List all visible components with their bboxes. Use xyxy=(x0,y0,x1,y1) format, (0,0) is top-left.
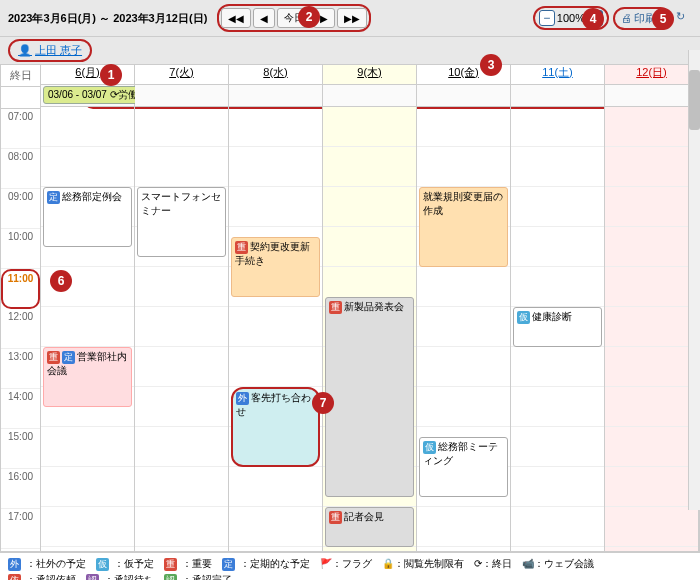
time-label: 17:00 xyxy=(1,509,40,549)
legend-item: 依：承認依頼 xyxy=(8,573,76,580)
day-column[interactable]: 12(日) xyxy=(605,65,699,551)
calendar-grid: 終日 07:00 08:00 09:00 10:00 11:00 12:00 1… xyxy=(0,64,700,552)
prev-day-button[interactable]: ◀ xyxy=(253,8,275,28)
prev-week-button[interactable]: ◀◀ xyxy=(221,8,251,28)
calendar-event[interactable]: 重新製品発表会 xyxy=(325,297,414,497)
calendar-event[interactable]: 仮健康診断 xyxy=(513,307,602,347)
legend-item: 🚩：フラグ xyxy=(320,557,372,571)
user-link[interactable]: 👤 上田 恵子 xyxy=(8,39,92,62)
annotation: 2 xyxy=(298,6,320,28)
day-column[interactable]: 11(土)仮健康診断 xyxy=(511,65,605,551)
day-header[interactable]: 9(木) xyxy=(323,65,416,85)
zoom-level: 100% xyxy=(557,12,585,24)
legend: 外：社外の予定仮：仮予定重：重要定：定期的な予定🚩：フラグ🔒：閲覧先制限有⟳：終… xyxy=(0,552,700,580)
time-label: 16:00 xyxy=(1,469,40,509)
date-nav: ◀◀ ◀ 今日 ▶ ▶▶ xyxy=(217,4,371,32)
day-header[interactable]: 12(日) xyxy=(605,65,698,85)
annotation: 5 xyxy=(652,8,674,30)
allday-label: 終日 xyxy=(1,65,41,87)
scrollbar[interactable] xyxy=(688,50,700,510)
annotation: 7 xyxy=(312,392,334,414)
time-label: 10:00 xyxy=(1,229,40,269)
day-header[interactable]: 8(水) xyxy=(229,65,322,85)
annotation: 3 xyxy=(480,54,502,76)
legend-item: 🔒：閲覧先制限有 xyxy=(382,557,464,571)
calendar-event[interactable]: 重記者会見 xyxy=(325,507,414,547)
day-column[interactable]: 6(月)03/06 - 03/07 ⟳労働三帳簿の作成定総務部定例会重定営業部社… xyxy=(41,65,135,551)
day-column[interactable]: 8(水)重契約更改更新手続き外客先打ち合わせ xyxy=(229,65,323,551)
time-label-now: 11:00 xyxy=(1,269,40,309)
calendar-event[interactable]: スマートフォンセミナー xyxy=(137,187,226,257)
legend-item: 外：社外の予定 xyxy=(8,557,86,571)
day-header[interactable]: 7(火) xyxy=(135,65,228,85)
zoom-out-button[interactable]: − xyxy=(539,10,555,26)
time-label: 08:00 xyxy=(1,149,40,189)
annotation: 1 xyxy=(100,64,122,86)
calendar-event[interactable]: 定総務部定例会 xyxy=(43,187,132,247)
time-label: 15:00 xyxy=(1,429,40,469)
time-label: 12:00 xyxy=(1,309,40,349)
printer-icon: 🖨 xyxy=(621,12,632,24)
day-column[interactable]: 10(金)就業規則変更届の作成仮総務部ミーティング xyxy=(417,65,511,551)
calendar-event[interactable]: 重定営業部社内会議 xyxy=(43,347,132,407)
legend-item: ⟳：終日 xyxy=(474,557,512,571)
calendar-event[interactable]: 外客先打ち合わせ xyxy=(231,387,320,467)
next-week-button[interactable]: ▶▶ xyxy=(337,8,367,28)
legend-item: 認：承認完了 xyxy=(164,573,232,580)
calendar-event[interactable]: 仮総務部ミーティング xyxy=(419,437,508,497)
day-header[interactable]: 11(土) xyxy=(511,65,604,85)
time-label: 13:00 xyxy=(1,349,40,389)
calendar-event[interactable]: 重契約更改更新手続き xyxy=(231,237,320,297)
time-label: 09:00 xyxy=(1,189,40,229)
day-column[interactable]: 9(木)重新製品発表会重記者会見 xyxy=(323,65,417,551)
legend-item: 📹：ウェブ会議 xyxy=(522,557,594,571)
calendar-event[interactable]: 就業規則変更届の作成 xyxy=(419,187,508,267)
legend-item: 定：定期的な予定 xyxy=(222,557,310,571)
user-icon: 👤 xyxy=(18,44,32,57)
time-label: 14:00 xyxy=(1,389,40,429)
time-label: 07:00 xyxy=(1,109,40,149)
legend-item: 認：承認待ち xyxy=(86,573,154,580)
day-column[interactable]: 7(火)スマートフォンセミナー xyxy=(135,65,229,551)
annotation: 4 xyxy=(582,8,604,30)
date-range: 2023年3月6日(月) ～ 2023年3月12日(日) xyxy=(8,11,207,26)
legend-item: 仮：仮予定 xyxy=(96,557,154,571)
annotation: 6 xyxy=(50,270,72,292)
legend-item: 重：重要 xyxy=(164,557,212,571)
refresh-icon[interactable]: ↻ xyxy=(676,10,692,26)
